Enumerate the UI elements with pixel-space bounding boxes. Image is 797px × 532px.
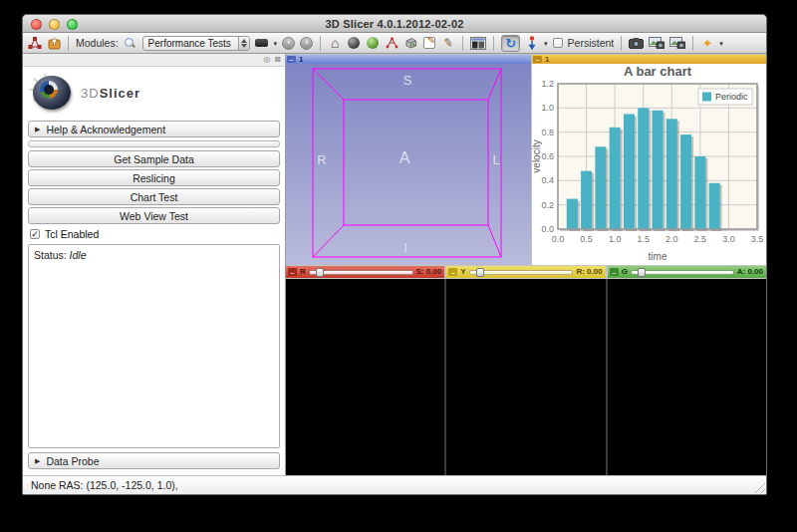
minimize-button[interactable] — [49, 19, 60, 30]
load-data-icon[interactable] — [28, 35, 42, 51]
slice-controllers-row: – R S: 0.00 – Y R: 0.00 – G — [286, 266, 766, 278]
status-label: Status: — [34, 249, 67, 261]
rotate-mode-button[interactable]: ↻ — [501, 35, 520, 52]
red-slice-viewport[interactable] — [286, 279, 444, 475]
module-selector-stepper[interactable] — [238, 37, 249, 50]
volumes-module-icon[interactable] — [347, 35, 361, 51]
annotation-caret-icon[interactable]: ▾ — [719, 40, 723, 47]
screenshot-icon[interactable] — [629, 35, 644, 51]
logo-text-slicer: Slicer — [100, 86, 140, 101]
red-slice-controller: – R S: 0.00 — [286, 266, 444, 278]
svg-text:0.4: 0.4 — [541, 175, 554, 185]
reslicing-button[interactable]: Reslicing — [28, 169, 280, 186]
yellow-slider-thumb[interactable] — [476, 268, 484, 277]
red-slice-offset: S: 0.00 — [416, 268, 442, 276]
zoom-button[interactable] — [67, 19, 78, 30]
history-caret-icon[interactable]: ▾ — [274, 40, 278, 47]
orientation-superior-label: S — [403, 73, 412, 88]
green-slice-letter: G — [622, 268, 628, 276]
collapsed-section-bar[interactable] — [28, 140, 280, 147]
module-back-button[interactable]: ‹ — [282, 37, 295, 50]
threeD-view-menu-icon[interactable]: – — [287, 56, 296, 63]
red-slider-thumb[interactable] — [316, 268, 324, 277]
svg-text:1.0: 1.0 — [609, 234, 622, 244]
chart-view-menu-icon[interactable]: – — [533, 56, 542, 63]
svg-text:0.5: 0.5 — [580, 234, 593, 244]
green-slice-menu-icon[interactable]: – — [610, 268, 619, 276]
svg-text:0.0: 0.0 — [552, 234, 565, 244]
module-forward-button[interactable]: › — [300, 37, 313, 50]
pencil-icon: ✎ — [427, 35, 435, 46]
status-text-area[interactable]: Status: Idle — [28, 244, 280, 448]
home-module-icon[interactable]: ⌂ — [328, 35, 342, 51]
layout-selector-icon[interactable] — [470, 35, 486, 51]
svg-text:1.2: 1.2 — [541, 79, 554, 89]
module-search-icon[interactable] — [124, 35, 137, 51]
yellow-slice-offset: R: 0.00 — [576, 268, 602, 276]
tcl-enabled-checkbox[interactable]: ✓ — [30, 229, 40, 239]
yellow-slice-viewport[interactable] — [446, 279, 605, 475]
toolbar-separator — [621, 36, 622, 51]
collapse-arrow-icon: ▶ — [35, 457, 40, 465]
svg-text:0.8: 0.8 — [541, 128, 554, 137]
svg-text:1.5: 1.5 — [637, 234, 650, 244]
editor-module-icon[interactable]: ✎ — [422, 35, 436, 51]
chart-view-titlebar[interactable]: – 1 — [532, 55, 766, 64]
green-slice-slider[interactable] — [631, 270, 734, 275]
markups-pen-icon[interactable]: ✎ — [440, 34, 457, 52]
chart-canvas[interactable]: 0.00.20.40.60.81.01.20.00.51.01.52.02.53… — [532, 64, 766, 265]
green-slider-thumb[interactable] — [638, 268, 646, 277]
threeD-view-label: 1 — [299, 56, 303, 64]
green-slice-viewport[interactable] — [608, 279, 766, 475]
get-sample-data-button[interactable]: Get Sample Data — [28, 150, 280, 167]
yellow-slice-slider[interactable] — [469, 270, 574, 275]
annotation-star-icon[interactable]: ✦ — [700, 35, 714, 51]
main-area: ◎ ⊠ ✳ 3DSlicer ▶ Help & Acknowledgement … — [23, 54, 766, 475]
slicer-logo: ✳ 3DSlicer — [23, 67, 285, 119]
toolbar-separator — [462, 36, 463, 51]
title-bar[interactable]: 3D Slicer 4.0.1.2012-02-02 — [23, 15, 766, 33]
green-slice-offset: A: 0.00 — [737, 268, 763, 276]
transforms-module-icon[interactable] — [385, 35, 398, 51]
forward-icon: › — [305, 38, 308, 47]
logo-orb-icon — [33, 76, 71, 110]
logo-text: 3DSlicer — [81, 86, 140, 101]
threeD-wireframe: S R A L I — [286, 64, 531, 265]
place-mode-caret-icon[interactable]: ▾ — [544, 40, 548, 47]
panel-close-icon[interactable]: ⊠ — [274, 56, 281, 64]
close-button[interactable] — [31, 19, 42, 30]
chart-view-label: 1 — [545, 56, 549, 64]
sceneview-restore-icon[interactable] — [669, 35, 685, 51]
toolbar-separator — [68, 36, 69, 51]
svg-text:Periodic: Periodic — [715, 92, 748, 102]
module-history-icon[interactable] — [255, 35, 269, 51]
models-module-icon[interactable] — [366, 35, 380, 51]
resize-grip[interactable] — [752, 480, 765, 493]
green-slice-controller: – G A: 0.00 — [608, 266, 766, 278]
red-slice-menu-icon[interactable]: – — [288, 268, 297, 276]
svg-text:3.5: 3.5 — [751, 234, 764, 244]
web-view-test-button[interactable]: Web View Test — [28, 207, 280, 224]
threeD-view-titlebar[interactable]: – 1 — [286, 55, 531, 64]
chart-test-button[interactable]: Chart Test — [28, 188, 280, 205]
save-icon[interactable] — [47, 35, 61, 51]
yellow-slice-menu-icon[interactable]: – — [448, 268, 457, 276]
red-slice-letter: R — [300, 268, 306, 276]
svg-text:2.0: 2.0 — [665, 234, 678, 244]
red-slice-slider[interactable] — [309, 270, 413, 275]
svg-text:A bar chart: A bar chart — [624, 64, 692, 79]
window-controls — [31, 19, 78, 30]
persistent-checkbox[interactable] — [553, 38, 563, 48]
back-icon: ‹ — [287, 38, 290, 47]
module-selector[interactable]: Performance Tests — [142, 36, 250, 51]
help-acknowledgement-section[interactable]: ▶ Help & Acknowledgement — [28, 121, 280, 137]
volume-rendering-module-icon[interactable] — [403, 35, 417, 51]
sceneview-capture-icon[interactable] — [649, 35, 664, 51]
place-mode-icon[interactable] — [525, 35, 539, 51]
data-probe-section[interactable]: ▶ Data Probe — [28, 452, 280, 469]
threeD-canvas[interactable]: S R A L I — [286, 64, 531, 265]
help-section-label: Help & Acknowledgement — [46, 124, 165, 135]
panel-float-icon[interactable]: ◎ — [263, 56, 270, 64]
status-bar: None RAS: (125.0, -125.0, 1.0), — [23, 475, 766, 494]
modules-label: Modules: — [76, 37, 119, 49]
